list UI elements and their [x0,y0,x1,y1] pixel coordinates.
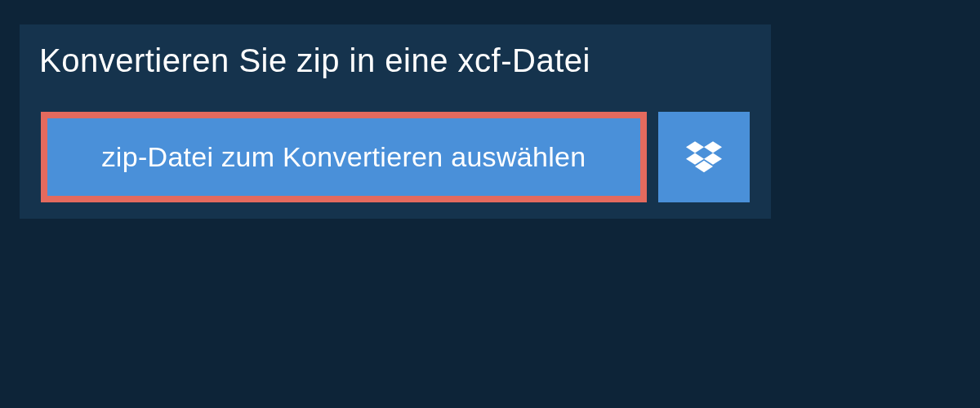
dropbox-icon [686,141,722,174]
title-bar: Konvertieren Sie zip in eine xcf-Datei [20,24,615,97]
page-title: Konvertieren Sie zip in eine xcf-Datei [39,42,590,79]
select-file-button[interactable]: zip-Datei zum Konvertieren auswählen [41,112,647,202]
upload-area: zip-Datei zum Konvertieren auswählen [20,97,771,219]
dropbox-button[interactable] [658,112,750,202]
converter-panel: Konvertieren Sie zip in eine xcf-Datei z… [20,24,771,219]
select-file-label: zip-Datei zum Konvertieren auswählen [102,141,586,172]
